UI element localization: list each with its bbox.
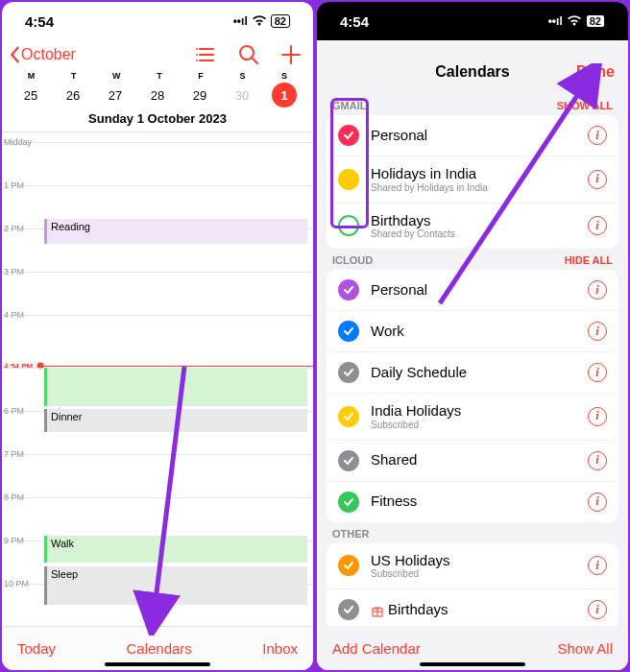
calendar-checkbox[interactable]	[338, 362, 359, 383]
calendar-checkbox[interactable]	[338, 215, 359, 236]
info-icon[interactable]: i	[588, 600, 607, 619]
event-block[interactable]: Sleep	[44, 566, 307, 605]
status-time: 4:54	[25, 13, 54, 30]
calendar-row[interactable]: US HolidaysSubscribedi	[327, 543, 618, 589]
calendar-row[interactable]: Personali	[327, 270, 618, 310]
hour-label: 2 PM	[4, 224, 24, 233]
hour-label: 6 PM	[4, 406, 24, 416]
day-number[interactable]: 29	[187, 83, 212, 108]
calendars-button[interactable]: Calendars	[126, 640, 191, 657]
calendar-checkbox[interactable]	[338, 450, 359, 471]
hour-line	[2, 454, 313, 455]
today-button[interactable]: Today	[17, 640, 56, 657]
event-block[interactable]	[44, 368, 307, 406]
day-number[interactable]: 27	[103, 83, 128, 108]
schedule-grid[interactable]: 4:54 PM Midday1 PM2 PM3 PM4 PM6 PM7 PM8 …	[2, 132, 313, 651]
day-numbers: 2526272829301	[2, 81, 313, 111]
calendar-row[interactable]: BirthdaysShared by Contactsi	[327, 203, 618, 250]
calendar-row[interactable]: Sharedi	[327, 440, 618, 481]
section-card: PersonaliWorkiDaily ScheduleiIndia Holid…	[327, 270, 618, 522]
event-block[interactable]: Walk	[44, 536, 307, 563]
back-label: October	[21, 46, 76, 63]
inbox-button[interactable]: Inbox	[262, 640, 298, 657]
calendar-label: India HolidaysSubscribed	[371, 403, 576, 430]
add-icon[interactable]	[280, 44, 302, 65]
info-icon[interactable]: i	[588, 451, 607, 470]
info-icon[interactable]: i	[588, 170, 607, 189]
day-number[interactable]: 28	[145, 83, 170, 108]
battery-icon: 82	[586, 14, 605, 28]
status-indicators: ••ıl 82	[233, 14, 290, 28]
svg-point-1	[196, 54, 198, 56]
calendar-row[interactable]: Worki	[327, 310, 618, 351]
calendar-checkbox[interactable]	[338, 321, 359, 342]
weekday-label: W	[112, 71, 121, 81]
day-number[interactable]: 1	[272, 83, 297, 108]
calendar-row[interactable]: Personali	[327, 115, 618, 156]
gift-icon	[371, 604, 384, 617]
home-indicator[interactable]	[105, 662, 210, 666]
info-icon[interactable]: i	[588, 492, 607, 512]
status-bar: 4:54 ••ıl 82	[2, 2, 313, 40]
day-number[interactable]: 30	[230, 83, 254, 108]
calendar-checkbox[interactable]	[338, 169, 359, 190]
wifi-icon	[567, 15, 582, 27]
battery-icon: 82	[271, 14, 290, 28]
date-header: Sunday 1 October 2023	[2, 111, 313, 132]
info-icon[interactable]: i	[588, 322, 607, 341]
section-name: OTHER	[332, 528, 370, 540]
weekday-label: F	[198, 71, 204, 81]
weekday-label: M	[28, 71, 36, 81]
calendar-subtitle: Shared by Holidays in India	[371, 182, 576, 193]
nav-bar: October	[2, 40, 313, 69]
day-number[interactable]: 26	[61, 83, 85, 108]
hour-label: 7 PM	[4, 449, 24, 459]
list-icon[interactable]	[196, 44, 217, 65]
calendar-checkbox[interactable]	[338, 125, 359, 146]
calendar-subtitle: Shared by Contacts	[371, 228, 576, 239]
calendar-checkbox[interactable]	[338, 599, 359, 620]
section-name: GMAIL	[332, 100, 366, 111]
day-number[interactable]: 25	[18, 83, 43, 108]
calendar-day-view: 4:54 ••ıl 82 October MTWTFSS 25262728293…	[2, 2, 313, 670]
hour-label: 3 PM	[4, 267, 24, 276]
show-all-button[interactable]: Show All	[557, 640, 613, 657]
weekday-label: S	[239, 71, 245, 81]
info-icon[interactable]: i	[588, 216, 607, 235]
info-icon[interactable]: i	[588, 556, 607, 575]
calendar-row[interactable]: Daily Schedulei	[327, 351, 618, 393]
section-action[interactable]: HIDE ALL	[565, 254, 613, 266]
calendar-checkbox[interactable]	[338, 406, 359, 427]
section-card: US HolidaysSubscribediBirthdaysi	[327, 543, 618, 631]
calendar-row[interactable]: Birthdaysi	[327, 588, 618, 630]
info-icon[interactable]: i	[588, 126, 607, 145]
search-icon[interactable]	[238, 44, 259, 65]
calendar-checkbox[interactable]	[338, 555, 359, 576]
weekday-header: MTWTFSS	[2, 69, 313, 81]
calendar-checkbox[interactable]	[338, 492, 359, 513]
calendar-row[interactable]: Fitnessi	[327, 481, 618, 522]
hour-label: 9 PM	[4, 536, 24, 545]
back-button[interactable]: October	[8, 46, 76, 63]
done-button[interactable]: Done	[576, 63, 615, 81]
info-icon[interactable]: i	[588, 363, 607, 382]
now-indicator	[38, 366, 313, 367]
hour-label: Midday	[4, 137, 32, 147]
section-action[interactable]: SHOW ALL	[557, 100, 613, 111]
add-calendar-button[interactable]: Add Calendar	[332, 640, 421, 657]
calendar-checkbox[interactable]	[338, 279, 359, 300]
event-block[interactable]: Dinner	[44, 409, 307, 432]
info-icon[interactable]: i	[588, 280, 607, 300]
section-header: ICLOUDHIDE ALL	[317, 249, 628, 270]
weekday-label: T	[71, 71, 77, 81]
hour-label: 1 PM	[4, 180, 24, 190]
calendar-row[interactable]: India HolidaysSubscribedi	[327, 393, 618, 440]
info-icon[interactable]: i	[588, 407, 607, 426]
hour-line	[2, 497, 313, 498]
hour-line	[2, 315, 313, 316]
hour-label: 10 PM	[4, 579, 29, 588]
home-indicator[interactable]	[420, 662, 525, 666]
event-block[interactable]: Reading	[44, 219, 307, 244]
hour-label: 8 PM	[4, 492, 24, 502]
calendar-row[interactable]: Holidays in IndiaShared by Holidays in I…	[327, 156, 618, 203]
